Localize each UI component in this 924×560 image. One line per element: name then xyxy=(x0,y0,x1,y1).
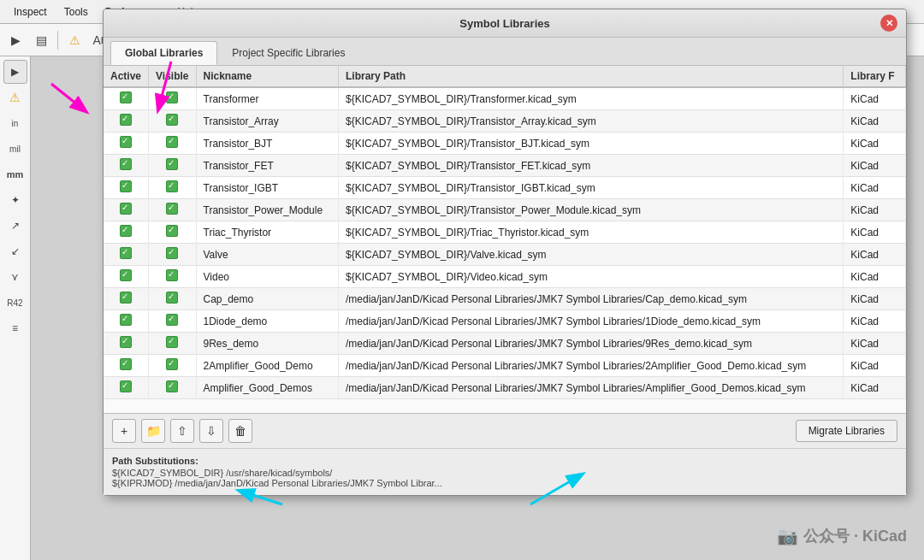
checkbox-visible[interactable] xyxy=(166,91,178,103)
checkbox-visible[interactable] xyxy=(166,203,178,215)
table-row[interactable]: Transformer${KICAD7_SYMBOL_DIR}/Transfor… xyxy=(104,87,906,110)
cell-visible[interactable] xyxy=(149,221,196,244)
checkbox-active[interactable] xyxy=(120,358,132,370)
side-btn-table[interactable]: ≡ xyxy=(3,316,27,340)
side-btn-unit-mil[interactable]: mil xyxy=(3,137,27,161)
btn-add-library[interactable]: + xyxy=(112,419,136,443)
checkbox-active[interactable] xyxy=(120,380,132,392)
col-path: Library Path xyxy=(339,66,844,87)
cell-visible[interactable] xyxy=(149,355,196,377)
cell-visible[interactable] xyxy=(149,288,196,310)
cell-active[interactable] xyxy=(104,377,149,399)
cell-visible[interactable] xyxy=(149,333,196,355)
cell-visible[interactable] xyxy=(149,177,196,199)
checkbox-visible[interactable] xyxy=(166,247,178,259)
table-row[interactable]: Transistor_Array${KICAD7_SYMBOL_DIR}/Tra… xyxy=(104,110,906,133)
checkbox-active[interactable] xyxy=(120,292,132,304)
side-btn-warning[interactable]: ⚠ xyxy=(3,85,27,109)
cell-visible[interactable] xyxy=(149,377,196,399)
cell-active[interactable] xyxy=(104,199,149,221)
tab-project-libraries[interactable]: Project Specific Libraries xyxy=(217,41,359,65)
btn-move-up[interactable]: ⇧ xyxy=(170,419,194,443)
cell-visible[interactable] xyxy=(149,199,196,221)
checkbox-visible[interactable] xyxy=(166,314,178,326)
side-btn-arrow-ne[interactable]: ↗ xyxy=(3,214,27,238)
checkbox-active[interactable] xyxy=(120,269,132,281)
tb-warn[interactable]: ⚠ xyxy=(62,28,86,52)
library-table[interactable]: Active Visible Nickname Library Path Lib… xyxy=(104,66,906,413)
cell-active[interactable] xyxy=(104,288,149,310)
col-active: Active xyxy=(104,66,149,87)
cell-visible[interactable] xyxy=(149,110,196,133)
table-row[interactable]: Transistor_Power_Module${KICAD7_SYMBOL_D… xyxy=(104,199,906,221)
btn-move-down[interactable]: ⇩ xyxy=(199,419,223,443)
cell-active[interactable] xyxy=(104,110,149,133)
cell-active[interactable] xyxy=(104,177,149,199)
cell-active[interactable] xyxy=(104,133,149,155)
cell-visible[interactable] xyxy=(149,133,196,155)
checkbox-active[interactable] xyxy=(120,91,132,103)
side-btn-cursor[interactable]: ▶ xyxy=(3,60,27,84)
checkbox-active[interactable] xyxy=(120,314,132,326)
tab-global-libraries[interactable]: Global Libraries xyxy=(110,41,217,65)
tb-select[interactable]: ▶ xyxy=(3,28,27,52)
cell-active[interactable] xyxy=(104,221,149,244)
checkbox-active[interactable] xyxy=(120,247,132,259)
checkbox-visible[interactable] xyxy=(166,114,178,126)
checkbox-visible[interactable] xyxy=(166,225,178,237)
btn-delete-library[interactable]: 🗑 xyxy=(228,419,252,443)
checkbox-active[interactable] xyxy=(120,225,132,237)
side-btn-arrow-sw[interactable]: ↙ xyxy=(3,239,27,263)
btn-browse-library[interactable]: 📁 xyxy=(141,419,165,443)
menu-inspect[interactable]: Inspect xyxy=(7,4,54,20)
dialog-close-button[interactable]: ✕ xyxy=(880,15,897,32)
checkbox-visible[interactable] xyxy=(166,180,178,192)
cell-active[interactable] xyxy=(104,355,149,377)
table-row[interactable]: Video${KICAD7_SYMBOL_DIR}/Video.kicad_sy… xyxy=(104,266,906,288)
checkbox-active[interactable] xyxy=(120,158,132,170)
table-row[interactable]: 2Amplifier_Good_Demo/media/jan/JanD/Kica… xyxy=(104,355,906,377)
menu-tools[interactable]: Tools xyxy=(57,4,95,20)
table-row[interactable]: 9Res_demo/media/jan/JanD/Kicad Personal … xyxy=(104,333,906,355)
checkbox-visible[interactable] xyxy=(166,358,178,370)
cell-active[interactable] xyxy=(104,87,149,110)
checkbox-visible[interactable] xyxy=(166,136,178,148)
side-btn-unit-mm[interactable]: mm xyxy=(3,162,27,186)
cell-active[interactable] xyxy=(104,266,149,288)
checkbox-visible[interactable] xyxy=(166,380,178,392)
cell-visible[interactable] xyxy=(149,155,196,177)
table-row[interactable]: Transistor_BJT${KICAD7_SYMBOL_DIR}/Trans… xyxy=(104,133,906,155)
side-btn-pin[interactable]: ✦ xyxy=(3,188,27,212)
checkbox-active[interactable] xyxy=(120,136,132,148)
checkbox-visible[interactable] xyxy=(166,269,178,281)
checkbox-visible[interactable] xyxy=(166,292,178,304)
cell-active[interactable] xyxy=(104,333,149,355)
cell-active[interactable] xyxy=(104,155,149,177)
checkbox-visible[interactable] xyxy=(166,336,178,348)
table-row[interactable]: Triac_Thyristor${KICAD7_SYMBOL_DIR}/Tria… xyxy=(104,221,906,244)
checkbox-active[interactable] xyxy=(120,180,132,192)
cell-visible[interactable] xyxy=(149,310,196,333)
table-header-row: Active Visible Nickname Library Path Lib… xyxy=(104,66,906,87)
cell-visible[interactable] xyxy=(149,87,196,110)
cell-visible[interactable] xyxy=(149,266,196,288)
table-row[interactable]: Cap_demo/media/jan/JanD/Kicad Personal L… xyxy=(104,288,906,310)
side-btn-logic[interactable]: ⋎ xyxy=(3,265,27,289)
cell-active[interactable] xyxy=(104,244,149,266)
table-row[interactable]: Transistor_FET${KICAD7_SYMBOL_DIR}/Trans… xyxy=(104,155,906,177)
side-btn-unit-in[interactable]: in xyxy=(3,111,27,135)
table-row[interactable]: Transistor_IGBT${KICAD7_SYMBOL_DIR}/Tran… xyxy=(104,177,906,199)
side-btn-ref[interactable]: R42 xyxy=(3,291,27,315)
table-row[interactable]: Valve${KICAD7_SYMBOL_DIR}/Valve.kicad_sy… xyxy=(104,244,906,266)
tb-grid[interactable]: ▤ xyxy=(29,28,53,52)
cell-active[interactable] xyxy=(104,310,149,333)
cell-visible[interactable] xyxy=(149,244,196,266)
table-row[interactable]: Amplifier_Good_Demos/media/jan/JanD/Kica… xyxy=(104,377,906,399)
table-row[interactable]: 1Diode_demo/media/jan/JanD/Kicad Persona… xyxy=(104,310,906,333)
migrate-libraries-button[interactable]: Migrate Libraries xyxy=(796,420,897,442)
checkbox-visible[interactable] xyxy=(166,158,178,170)
checkbox-active[interactable] xyxy=(120,114,132,126)
checkbox-active[interactable] xyxy=(120,203,132,215)
cell-lib: KiCad xyxy=(844,377,906,399)
checkbox-active[interactable] xyxy=(120,336,132,348)
